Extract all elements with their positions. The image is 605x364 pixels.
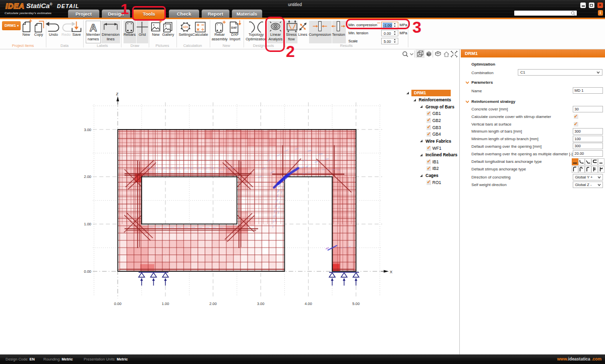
svg-text:2.00: 2.00 <box>209 301 217 306</box>
svg-text:3.00: 3.00 <box>84 128 91 132</box>
svg-text:DXF: DXF <box>231 26 237 29</box>
svg-text:0.00: 0.00 <box>84 269 91 274</box>
svg-text:3.00: 3.00 <box>257 301 265 306</box>
svg-text:A: A <box>90 22 97 33</box>
svg-text:Z: Z <box>116 92 118 96</box>
svg-text:1.00: 1.00 <box>162 301 169 306</box>
svg-text:0.00: 0.00 <box>114 301 122 306</box>
svg-text:</>: </> <box>183 25 188 29</box>
svg-text:4.00: 4.00 <box>305 301 312 306</box>
svg-text:2.00: 2.00 <box>84 174 91 179</box>
svg-text:5.00: 5.00 <box>352 301 360 306</box>
svg-text:1.00: 1.00 <box>84 222 91 226</box>
svg-text:X: X <box>390 270 393 274</box>
